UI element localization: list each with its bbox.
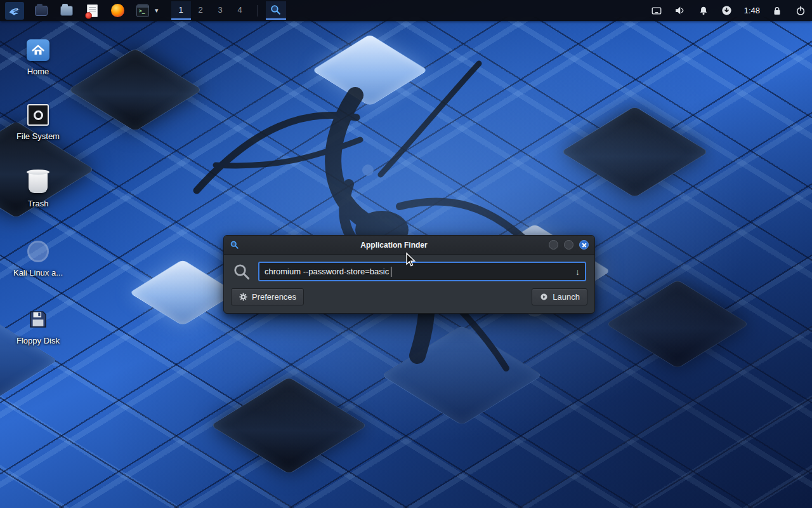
minimize-button[interactable] xyxy=(549,240,558,250)
dark-folder-icon xyxy=(35,6,48,16)
wallpaper-cube xyxy=(211,377,367,474)
text-caret xyxy=(391,267,391,277)
status-orb-icon[interactable] xyxy=(721,4,733,17)
file-manager-launcher[interactable] xyxy=(33,3,49,19)
home-icon xyxy=(25,37,51,64)
volume-icon[interactable] xyxy=(674,4,686,17)
workspace-button-1[interactable]: 1 xyxy=(171,1,191,20)
power-logout-icon[interactable] xyxy=(794,4,807,17)
applications-menu-button[interactable] xyxy=(5,2,24,20)
application-finder-window: Application Finder chromium --password-s… xyxy=(223,235,595,314)
search-icon xyxy=(232,262,251,281)
kali-folder-icon xyxy=(25,238,51,265)
display-tray-icon[interactable] xyxy=(650,4,663,17)
kali-logo-icon xyxy=(8,4,22,18)
button-row: Preferences Launch xyxy=(224,286,594,313)
wallpaper-cube xyxy=(606,279,749,368)
taskbar-application-finder-button[interactable] xyxy=(266,1,286,20)
desktop-icon-home[interactable]: Home xyxy=(8,37,69,77)
panel-launchers xyxy=(5,2,159,20)
desktop-icon-label: Home xyxy=(27,67,49,77)
folder-icon xyxy=(60,6,73,16)
gear-icon xyxy=(239,292,248,302)
launch-icon xyxy=(539,292,549,302)
desktop-icon-kali-linux[interactable]: Kali Linux a... xyxy=(8,238,69,278)
desktop-icon-file-system[interactable]: File System xyxy=(8,102,69,142)
desktop-icon-trash[interactable]: Trash xyxy=(8,169,69,209)
lock-screen-icon[interactable] xyxy=(771,4,783,17)
desktop: 1 2 3 4 1:48 xyxy=(0,0,812,508)
kali-dragon-silhouette xyxy=(159,57,565,387)
red-badge-icon xyxy=(85,12,92,19)
command-input-value: chromium --password-store=basic xyxy=(265,267,389,276)
application-finder-icon xyxy=(230,240,239,250)
search-row: chromium --password-store=basic xyxy=(224,255,594,286)
magnifier-icon xyxy=(270,4,282,16)
desktop-icon-floppy-disk[interactable]: Floppy Disk xyxy=(8,306,69,346)
workspace-button-3[interactable]: 3 xyxy=(211,1,230,20)
desktop-icon-label: Floppy Disk xyxy=(16,337,60,346)
clock[interactable]: 1:48 xyxy=(744,6,760,15)
floppy-disk-icon xyxy=(25,306,51,333)
chevron-down-icon[interactable] xyxy=(155,6,159,15)
desktop-icon-label: File System xyxy=(16,132,60,142)
file-system-icon xyxy=(25,102,51,128)
panel-tray: 1:48 xyxy=(650,4,807,17)
wallpaper-cube xyxy=(561,106,709,198)
preferences-label: Preferences xyxy=(252,292,296,302)
notifications-bell-icon[interactable] xyxy=(697,4,710,17)
desktop-icon-label: Trash xyxy=(28,199,49,209)
desktop-icon-label: Kali Linux a... xyxy=(13,269,63,278)
launch-label: Launch xyxy=(553,292,580,302)
launch-button[interactable]: Launch xyxy=(532,288,587,305)
trash-icon xyxy=(25,169,51,196)
preferences-button[interactable]: Preferences xyxy=(231,288,304,305)
firefox-launcher[interactable] xyxy=(109,3,126,19)
files-launcher[interactable] xyxy=(58,3,75,19)
command-input[interactable]: chromium --password-store=basic xyxy=(258,262,586,281)
window-title: Application Finder xyxy=(244,241,544,250)
window-controls xyxy=(549,240,589,250)
workspace-pager: 1 2 3 4 xyxy=(171,1,250,20)
panel-separator xyxy=(258,5,258,17)
terminal-launcher[interactable] xyxy=(134,3,151,19)
titlebar[interactable]: Application Finder xyxy=(224,236,594,255)
top-panel: 1 2 3 4 1:48 xyxy=(0,0,812,21)
text-editor-icon xyxy=(87,4,98,17)
text-editor-launcher[interactable] xyxy=(84,3,100,19)
workspace-button-4[interactable]: 4 xyxy=(230,1,250,20)
dropdown-arrow-icon[interactable] xyxy=(570,267,580,277)
maximize-button[interactable] xyxy=(564,240,573,250)
workspace-button-2[interactable]: 2 xyxy=(191,1,211,20)
close-button[interactable] xyxy=(579,240,589,250)
firefox-icon xyxy=(111,4,124,17)
terminal-icon xyxy=(136,4,149,17)
